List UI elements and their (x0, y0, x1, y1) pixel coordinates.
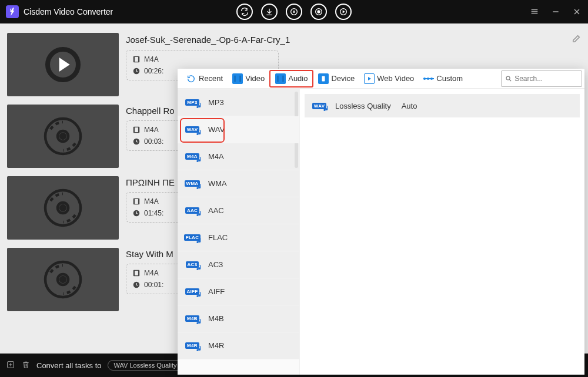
item-title: Josef-Suk_-Serenade_-Op-6-A-Far-Cry_1 (126, 35, 290, 45)
tab-audio[interactable]: Audio (269, 70, 313, 87)
svg-rect-20 (133, 198, 135, 204)
tab-label: Video (245, 74, 265, 83)
dropdown-tabs: Recent Video Audio Device Web Video Cust… (178, 69, 584, 89)
burn-mode-icon[interactable] (310, 4, 327, 20)
tab-label: Audio (288, 74, 308, 83)
format-label: M4B (208, 314, 224, 323)
format-option-ac3[interactable]: AC3AC3 (178, 251, 299, 278)
tab-label: Custom (436, 74, 463, 83)
format-search-box[interactable] (501, 70, 582, 87)
convert-label: Convert all tasks to (36, 361, 102, 370)
format-label: WAV (208, 125, 225, 134)
minimize-icon[interactable] (550, 6, 561, 17)
tab-video[interactable]: Video (228, 71, 269, 86)
svg-point-25 (61, 277, 65, 282)
format-dropdown: Recent Video Audio Device Web Video Cust… (178, 69, 584, 375)
tab-webvideo[interactable]: Web Video (359, 71, 419, 86)
format-label: AIFF (208, 287, 225, 296)
format-label: M4R (208, 341, 224, 350)
format-label: FLAC (208, 233, 228, 242)
quality-label: Lossless Quality (335, 102, 391, 110)
aac-icon: AAC (183, 204, 201, 218)
svg-rect-21 (138, 198, 139, 204)
item-duration: 00:26: (144, 67, 163, 75)
close-icon[interactable] (572, 6, 582, 17)
tab-label: Recent (199, 74, 223, 83)
rip-mode-icon[interactable] (286, 4, 302, 20)
m4r-icon: M4R (183, 339, 201, 353)
wav-icon: WAV (310, 99, 328, 113)
format-option-mp3[interactable]: MP3MP3 (178, 89, 299, 116)
format-option-m4b[interactable]: M4BM4B (178, 305, 299, 332)
titlebar: Cisdem Video Converter (0, 0, 588, 23)
format-label: WMA (208, 179, 227, 188)
output-format-choice[interactable]: WAV Lossless Quality (108, 360, 183, 371)
thumbnail-disc-icon[interactable] (7, 105, 119, 168)
quality-panel: WAV Lossless Quality Auto (300, 89, 584, 375)
svg-rect-37 (322, 76, 325, 81)
item-duration: 01:45: (144, 209, 163, 217)
app-logo (6, 5, 19, 18)
svg-point-1 (293, 11, 295, 13)
format-option-aiff[interactable]: AIFFAIFF (178, 278, 299, 305)
tab-label: Device (331, 74, 355, 83)
format-label: MP3 (208, 98, 224, 107)
svg-rect-6 (133, 56, 135, 62)
wma-icon: WMA (183, 177, 201, 191)
mp3-icon: MP3 (183, 96, 201, 110)
item-duration: 00:01: (144, 281, 163, 289)
ac3-icon: AC3 (183, 258, 201, 272)
thumbnail-play-icon[interactable] (7, 33, 119, 96)
format-option-wma[interactable]: WMAWMA (178, 170, 299, 197)
flac-icon: FLAC (183, 231, 201, 245)
item-duration: 00:03: (144, 137, 163, 146)
svg-rect-7 (138, 56, 139, 62)
svg-rect-35 (278, 75, 279, 82)
tab-custom[interactable]: Custom (419, 72, 467, 85)
tab-label: Web Video (377, 74, 414, 83)
tab-device[interactable]: Device (313, 71, 359, 86)
edit-mode-icon[interactable] (335, 4, 352, 20)
svg-point-11 (61, 134, 65, 139)
format-option-wav[interactable]: WAVWAV (178, 116, 299, 143)
m4a-icon: M4A (183, 150, 201, 164)
format-label: AAC (208, 206, 224, 215)
format-option-m4r[interactable]: M4RM4R (178, 332, 299, 359)
svg-rect-32 (235, 75, 236, 82)
aiff-icon: AIFF (183, 285, 201, 299)
svg-rect-27 (133, 270, 135, 275)
search-input[interactable] (514, 75, 578, 83)
trash-button[interactable] (21, 360, 31, 371)
format-option-m4a[interactable]: M4AM4A (178, 143, 299, 170)
format-list[interactable]: MP3MP3WAVWAVM4AM4AWMAWMAAACAACFLACFLACAC… (178, 89, 300, 375)
svg-point-3 (318, 11, 320, 13)
format-option-flac[interactable]: FLACFLAC (178, 224, 299, 251)
titlebar-toolbar (236, 4, 352, 20)
format-option-aac[interactable]: AACAAC (178, 197, 299, 224)
thumbnail-disc-icon[interactable] (7, 176, 119, 240)
svg-point-38 (506, 76, 510, 80)
thumbnail-disc-icon[interactable] (7, 248, 119, 311)
download-mode-icon[interactable] (261, 4, 278, 20)
quality-option[interactable]: WAV Lossless Quality Auto (305, 94, 580, 117)
item-format: M4A (144, 55, 159, 63)
svg-rect-13 (133, 127, 135, 132)
app-title: Cisdem Video Converter (24, 7, 113, 16)
m4b-icon: M4B (183, 312, 201, 326)
svg-rect-36 (283, 75, 284, 82)
svg-point-18 (61, 206, 65, 210)
item-format: M4A (144, 197, 159, 206)
convert-mode-icon[interactable] (236, 4, 253, 20)
format-label: AC3 (208, 260, 223, 269)
add-file-button[interactable] (6, 360, 15, 371)
item-format: M4A (144, 126, 159, 134)
format-label: M4A (208, 152, 224, 161)
svg-point-0 (291, 9, 298, 15)
svg-rect-28 (138, 270, 139, 275)
tab-recent[interactable]: Recent (181, 71, 228, 86)
menu-icon[interactable] (529, 6, 540, 17)
item-format: M4A (144, 269, 159, 277)
quality-auto: Auto (402, 102, 417, 110)
rename-icon[interactable] (572, 34, 581, 45)
svg-rect-33 (240, 75, 241, 82)
